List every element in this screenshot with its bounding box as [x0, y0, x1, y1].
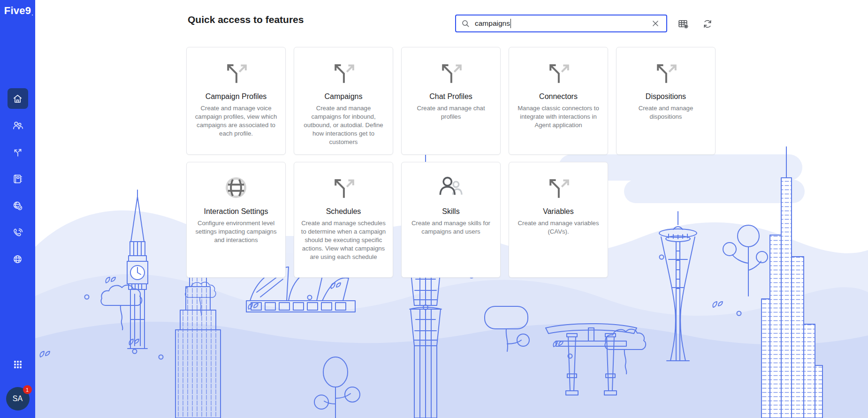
card-description: Create and manage skills for campaigns a… [407, 219, 495, 236]
page-title: Quick access to features [188, 14, 304, 25]
sidebar-bottom: SA 1 [0, 355, 35, 418]
user-avatar-wrap: SA 1 [6, 387, 30, 410]
refresh-button[interactable] [701, 18, 714, 30]
sidebar-item-web[interactable] [8, 249, 28, 269]
card-title: Connectors [515, 92, 602, 101]
card-title: Interaction Settings [192, 207, 280, 216]
feature-card-connectors[interactable]: Connectors Manage classic connectors to … [509, 47, 608, 155]
split-arrow-icon [437, 59, 464, 86]
sidebar-item-campaigns[interactable] [8, 142, 28, 162]
apps-launcher-button[interactable] [8, 355, 27, 374]
split-arrow-icon [330, 59, 357, 86]
card-description: Create and manage schedules to determine… [300, 219, 387, 261]
globe-icon [12, 253, 23, 265]
card-description: Manage classic connectors to integrate w… [515, 104, 602, 129]
split-arrow-icon [222, 59, 250, 86]
feature-card-campaign-profiles[interactable]: Campaign Profiles Create and manage voic… [186, 47, 286, 155]
feature-card-dispositions[interactable]: Dispositions Create and manage dispositi… [616, 47, 716, 155]
split-arrow-icon [652, 59, 679, 86]
globe-grid-icon [222, 174, 250, 201]
feature-card-variables[interactable]: Variables Create and manage variables (C… [509, 162, 608, 278]
sidebar-item-calls[interactable] [8, 222, 28, 243]
clear-search-button[interactable] [649, 17, 662, 30]
feature-card-skills[interactable]: Skills Create and manage skills for camp… [401, 162, 501, 278]
sidebar-item-contacts[interactable] [8, 168, 28, 189]
card-title: Schedules [300, 207, 387, 216]
feature-card-campaigns[interactable]: Campaigns Create and manage campaigns fo… [294, 47, 393, 155]
sidebar: Five9 [0, 0, 35, 418]
card-title: Chat Profiles [407, 92, 495, 101]
card-title: Skills [407, 207, 495, 216]
card-description: Create and manage campaigns for inbound,… [300, 104, 387, 146]
feature-card-schedules[interactable]: Schedules Create and manage schedules to… [294, 162, 393, 278]
five9-admin-window: Five9 [0, 0, 868, 418]
sidebar-item-home[interactable] [8, 88, 28, 109]
avatar-initials: SA [13, 395, 23, 403]
card-title: Dispositions [622, 92, 709, 101]
feature-card-interaction-settings[interactable]: Interaction Settings Configure environme… [186, 162, 286, 278]
card-description: Create and manage voice campaign profile… [192, 104, 280, 138]
main-content: Quick access to features campaigns [35, 0, 868, 418]
search-input[interactable]: campaigns [455, 15, 667, 32]
close-icon [650, 18, 661, 29]
split-arrow-icon [330, 174, 357, 201]
card-title: Campaigns [300, 92, 387, 101]
table-settings-button[interactable] [677, 18, 689, 30]
text-caret [510, 19, 511, 28]
feature-cards-grid: Campaign Profiles Create and manage voic… [186, 47, 716, 278]
notebook-icon [12, 173, 23, 185]
card-title: Campaign Profiles [192, 92, 280, 101]
refresh-icon [702, 18, 713, 30]
card-description: Create and manage variables (CAVs). [515, 219, 602, 236]
search-icon [461, 19, 471, 29]
table-settings-icon [678, 18, 689, 30]
sidebar-item-digital-channels[interactable] [8, 195, 28, 216]
phone-icon [12, 227, 23, 238]
sidebar-nav [8, 88, 28, 269]
card-title: Variables [515, 207, 602, 216]
people-icon [437, 174, 464, 201]
apps-grid-icon [12, 359, 23, 370]
feature-card-chat-profiles[interactable]: Chat Profiles Create and manage chat pro… [401, 47, 501, 155]
home-icon [12, 93, 23, 105]
search-value: campaigns [475, 19, 510, 28]
notification-badge: 1 [23, 385, 32, 394]
card-description: Create and manage dispositions [622, 104, 709, 121]
users-icon [12, 120, 23, 131]
card-description: Configure environment level settings imp… [192, 219, 280, 244]
five9-logo: Five9 [4, 5, 31, 17]
split-icon [12, 146, 23, 158]
split-arrow-icon [545, 59, 572, 86]
sidebar-item-users[interactable] [8, 115, 28, 136]
header-toolbar [677, 18, 714, 30]
globe-check-icon [12, 200, 23, 212]
split-arrow-icon [545, 174, 572, 201]
card-description: Create and manage chat profiles [407, 104, 495, 121]
